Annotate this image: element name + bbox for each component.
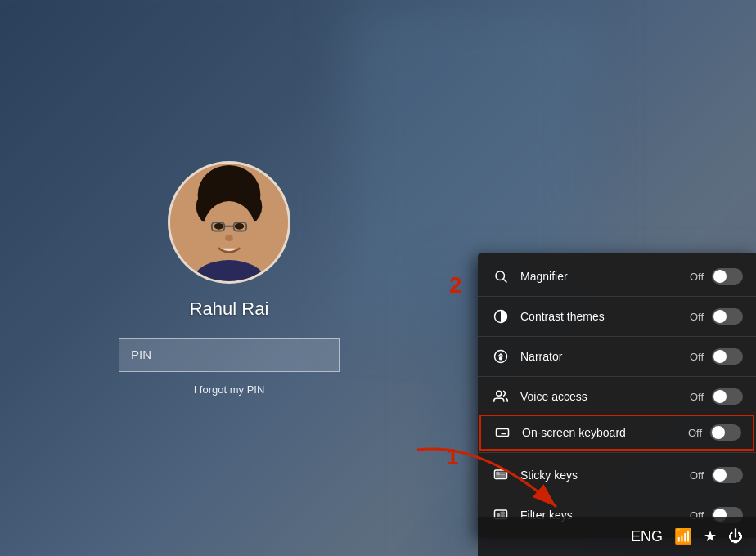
contrast-themes-status: Off [690, 311, 704, 323]
accessibility-icon: ★ [704, 527, 717, 545]
narrator-icon [491, 347, 511, 366]
contrast-themes-label: Contrast themes [520, 310, 690, 323]
voice-access-status: Off [690, 391, 704, 403]
svg-point-3 [202, 201, 255, 264]
svg-point-6 [214, 222, 224, 229]
power-icon: ⏻ [728, 528, 743, 545]
svg-point-11 [225, 235, 233, 241]
narrator-toggle[interactable] [712, 348, 743, 365]
contrast-themes-toggle[interactable] [712, 308, 743, 325]
voice-access-toggle-knob [713, 390, 727, 403]
taskbar-right: ENG 📶 ★ ⏻ [478, 517, 756, 556]
sticky-keys-label: Sticky keys [520, 469, 690, 482]
svg-point-7 [235, 222, 245, 229]
accessibility-item-contrast-themes[interactable]: Contrast themesOff [478, 298, 756, 334]
voice-access-icon [491, 387, 511, 406]
sticky-keys-icon [491, 465, 511, 485]
magnifier-toggle[interactable] [712, 268, 743, 285]
accessibility-panel: MagnifierOffContrast themesOffNarratorOf… [478, 253, 756, 538]
narrator-status: Off [690, 351, 704, 363]
accessibility-item-onscreen-keyboard[interactable]: On-screen keyboardOff [479, 415, 754, 451]
svg-rect-28 [502, 472, 505, 474]
sticky-keys-status: Off [690, 469, 704, 482]
accessibility-item-magnifier[interactable]: MagnifierOff [478, 258, 756, 294]
voice-access-label: Voice access [520, 390, 690, 403]
svg-rect-29 [497, 475, 506, 477]
contrast-themes-icon [491, 307, 511, 326]
svg-rect-27 [500, 472, 502, 474]
narrator-toggle-knob [713, 350, 727, 363]
annotation-1: 1 [446, 444, 459, 470]
magnifier-label: Magnifier [520, 270, 690, 283]
svg-rect-26 [497, 472, 499, 474]
sticky-keys-toggle-knob [713, 469, 727, 482]
language-icon: ENG [631, 528, 663, 545]
svg-point-17 [497, 391, 502, 396]
contrast-themes-toggle-knob [713, 310, 727, 323]
svg-point-13 [496, 271, 505, 280]
accessibility-button[interactable]: ★ [704, 527, 717, 545]
pin-input[interactable] [119, 338, 340, 372]
login-area: Rahul Rai I forgot my PIN [0, 0, 458, 556]
accessibility-item-narrator[interactable]: NarratorOff [478, 339, 756, 374]
forgot-pin-link[interactable]: I forgot my PIN [194, 383, 265, 396]
narrator-label: Narrator [520, 350, 690, 363]
user-name: Rahul Rai [190, 298, 269, 320]
accessibility-item-sticky-keys[interactable]: Sticky keysOff [478, 457, 756, 493]
magnifier-icon [491, 267, 511, 286]
magnifier-status: Off [690, 271, 704, 283]
annotation-2: 2 [449, 272, 462, 298]
onscreen-keyboard-toggle[interactable] [710, 424, 741, 441]
svg-point-16 [500, 357, 502, 360]
svg-point-4 [196, 221, 209, 240]
onscreen-keyboard-label: On-screen keyboard [522, 426, 688, 439]
wifi-icon: 📶 [674, 527, 692, 545]
avatar [168, 161, 290, 284]
svg-point-5 [250, 221, 262, 240]
wifi-button[interactable]: 📶 [674, 527, 692, 545]
language-indicator: ENG [631, 528, 663, 545]
power-button[interactable]: ⏻ [728, 528, 743, 545]
voice-access-toggle[interactable] [712, 388, 743, 405]
magnifier-toggle-knob [713, 270, 727, 283]
accessibility-item-voice-access[interactable]: Voice accessOff [478, 379, 756, 415]
onscreen-keyboard-status: Off [688, 427, 702, 439]
onscreen-keyboard-icon [493, 423, 512, 442]
svg-line-14 [503, 279, 506, 282]
svg-rect-32 [501, 512, 505, 513]
svg-rect-18 [497, 429, 509, 437]
onscreen-keyboard-toggle-knob [712, 426, 725, 439]
sticky-keys-toggle[interactable] [712, 467, 743, 483]
